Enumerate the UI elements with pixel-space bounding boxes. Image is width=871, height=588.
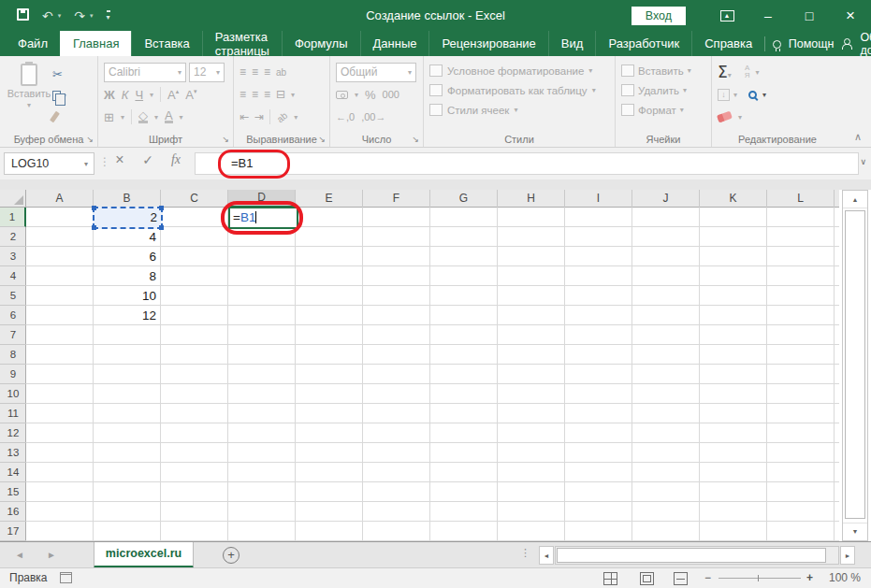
horizontal-scroll-thumb[interactable] [557, 548, 826, 563]
save-icon[interactable] [17, 7, 29, 24]
merge-center-icon[interactable]: ⊟ [276, 88, 284, 101]
alignment-dialog-launcher[interactable]: ↘ [318, 135, 326, 144]
column-header-J[interactable]: J [632, 190, 700, 208]
confirm-entry-icon[interactable]: ✓ [138, 152, 157, 167]
column-header-C[interactable]: C [161, 190, 228, 208]
insert-function-icon[interactable]: fx [167, 152, 185, 167]
paste-dropdown-icon[interactable]: ▾ [27, 101, 31, 109]
cell-B6[interactable]: 12 [94, 306, 161, 325]
cell-D1-edit[interactable]: =B1 [228, 207, 298, 229]
orientation-icon[interactable]: ab [275, 109, 290, 124]
align-middle-icon[interactable]: ≡ [252, 65, 257, 79]
font-size-combo[interactable]: 12▾ [189, 63, 225, 82]
close-button[interactable]: × [830, 0, 871, 31]
redo-icon[interactable]: ↷ [74, 8, 85, 23]
zoom-slider[interactable] [719, 578, 801, 579]
column-header-L[interactable]: L [767, 190, 835, 208]
vertical-scroll-thumb[interactable] [845, 210, 865, 519]
horizontal-scrollbar[interactable] [555, 546, 839, 565]
column-header-G[interactable]: G [430, 190, 498, 208]
align-right-icon[interactable]: ≡ [264, 88, 269, 101]
cell-B4[interactable]: 8 [94, 266, 161, 286]
ribbon-tab-4[interactable]: Формулы [282, 31, 360, 56]
row-header-1[interactable]: 1 [0, 208, 26, 227]
normal-view-icon[interactable] [603, 572, 617, 585]
row-header-4[interactable]: 4 [0, 266, 26, 286]
align-top-icon[interactable]: ≡ [240, 65, 245, 79]
row-header-17[interactable]: 17 [0, 522, 26, 541]
align-center-icon[interactable]: ≡ [252, 88, 257, 101]
font-name-combo[interactable]: Calibri▾ [104, 63, 186, 82]
borders-button[interactable]: ⊞ [104, 110, 114, 124]
clear-icon[interactable] [717, 111, 733, 123]
row-header-2[interactable]: 2 [0, 227, 26, 247]
cells-button-2[interactable]: Формат▾ [621, 100, 707, 120]
underline-button[interactable]: Ч [135, 88, 143, 102]
collapse-ribbon-icon[interactable]: ∧ [854, 131, 862, 143]
zoom-slider-handle[interactable] [758, 575, 759, 581]
row-header-10[interactable]: 10 [0, 384, 26, 404]
referenced-cell-B1[interactable]: 2 [93, 207, 163, 229]
percent-style-icon[interactable]: % [365, 88, 376, 102]
assistant-label[interactable]: Помощн [789, 37, 835, 50]
cell-B3[interactable]: 6 [94, 247, 161, 266]
ribbon-tab-5[interactable]: Данные [360, 31, 429, 56]
new-sheet-icon[interactable]: + [223, 547, 240, 564]
zoom-level[interactable]: 100 % [829, 571, 861, 584]
ribbon-tab-9[interactable]: Справка [691, 31, 764, 56]
vertical-scrollbar[interactable]: ▲ ▼ [842, 190, 868, 541]
name-box-dropdown-icon[interactable]: ▾ [84, 160, 94, 168]
align-left-icon[interactable]: ≡ [240, 88, 245, 101]
ribbon-tab-2[interactable]: Вставка [131, 31, 201, 56]
row-header-16[interactable]: 16 [0, 502, 26, 522]
decrease-decimal-icon[interactable]: ,00→ [361, 111, 385, 122]
ribbon-tab-1[interactable]: Главная [60, 31, 131, 56]
comma-style-icon[interactable]: 000 [383, 89, 399, 100]
lightbulb-icon[interactable] [773, 36, 781, 52]
paste-button[interactable]: Вставить ▾ [6, 61, 52, 132]
format-painter-button[interactable] [52, 108, 66, 126]
row-header-15[interactable]: 15 [0, 482, 26, 502]
redo-dropdown-icon[interactable]: ▾ [90, 12, 94, 20]
row-header-7[interactable]: 7 [0, 325, 26, 345]
prev-sheet-icon[interactable]: ◄ [15, 550, 24, 560]
column-header-H[interactable]: H [498, 190, 565, 208]
align-bottom-icon[interactable]: ≡ [264, 65, 269, 79]
font-color-button[interactable]: А [165, 110, 173, 123]
shrink-font-button[interactable]: А [185, 88, 196, 102]
cell-B2[interactable]: 4 [94, 227, 161, 247]
undo-dropdown-icon[interactable]: ▾ [58, 12, 62, 20]
copy-button[interactable]: ▾ [52, 86, 66, 105]
cancel-entry-icon[interactable]: × [110, 151, 129, 168]
minimize-button[interactable]: – [748, 0, 789, 31]
column-header-I[interactable]: I [565, 190, 632, 208]
ribbon-tab-6[interactable]: Рецензирование [428, 31, 547, 56]
increase-indent-icon[interactable]: ⇥ [254, 110, 263, 123]
formula-input[interactable]: =B1 [195, 152, 859, 175]
share-person-icon[interactable] [841, 36, 852, 52]
undo-icon[interactable]: ↶ [42, 8, 53, 23]
italic-button[interactable]: К [122, 88, 129, 102]
underline-dropdown-icon[interactable]: ▾ [150, 91, 153, 99]
signin-button[interactable]: Вход [631, 7, 686, 25]
styles-button-1[interactable]: Форматировать как таблицу▾ [429, 80, 611, 100]
ribbon-tab-8[interactable]: Разработчик [595, 31, 691, 56]
find-select-icon[interactable] [748, 91, 757, 99]
scrollbar-resize-handle[interactable]: ⋮ [520, 547, 531, 559]
accounting-format-icon[interactable] [336, 91, 348, 99]
row-header-3[interactable]: 3 [0, 247, 26, 266]
ribbon-tab-7[interactable]: Вид [548, 31, 596, 56]
row-header-6[interactable]: 6 [0, 306, 26, 325]
expand-formula-bar-icon[interactable]: ∨ [860, 157, 866, 166]
row-header-8[interactable]: 8 [0, 345, 26, 365]
ribbon-tab-3[interactable]: Разметка страницы [202, 31, 282, 56]
autosum-button[interactable]: Σ▾ [718, 63, 732, 81]
scroll-right-icon[interactable]: ► [840, 546, 855, 565]
ribbon-display-options-icon[interactable]: ▲ [706, 0, 748, 31]
increase-decimal-icon[interactable]: ←,0 [336, 111, 355, 122]
row-header-13[interactable]: 13 [0, 443, 26, 463]
fill-down-icon[interactable]: ↓ [718, 89, 730, 101]
column-header-D[interactable]: D [228, 190, 296, 208]
fill-color-button[interactable]: ◇ [138, 110, 148, 123]
bold-button[interactable]: Ж [104, 88, 115, 102]
